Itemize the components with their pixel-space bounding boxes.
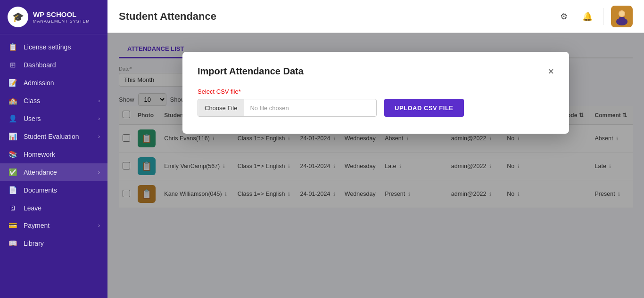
logo-icon: 🎓 <box>8 7 28 27</box>
payment-icon: 💳 <box>8 221 18 230</box>
sidebar-nav: 📋 License settings ⊞ Dashboard 📝 Admissi… <box>0 34 107 256</box>
leave-icon: 🗓 <box>8 204 18 212</box>
sidebar-item-label: Homework <box>24 151 55 158</box>
users-icon: 👤 <box>8 114 18 123</box>
class-icon: 🏫 <box>8 97 18 105</box>
sidebar: 🎓 WP SCHOOL MANAGEMENT SYSTEM 📋 License … <box>0 0 107 298</box>
modal-title: Import Attendance Data <box>198 66 304 77</box>
sidebar-item-attendance[interactable]: ✅ Attendance › <box>0 163 107 181</box>
sidebar-item-label: Library <box>24 240 44 247</box>
file-row: Choose File No file chosen UPLOAD CSV FI… <box>198 99 554 117</box>
admission-icon: 📝 <box>8 79 18 87</box>
main-content: Student Attendance ⚙ 🔔 ATTENDANCE LIST <box>107 0 644 298</box>
library-icon: 📖 <box>8 239 18 248</box>
modal-overlay: Import Attendance Data × Select CSV file… <box>107 33 644 298</box>
settings-icon[interactable]: ⚙ <box>556 8 572 24</box>
sidebar-item-users[interactable]: 👤 Users › <box>0 110 107 128</box>
sidebar-item-license[interactable]: 📋 License settings <box>0 38 107 56</box>
file-name-display: No file chosen <box>244 105 294 112</box>
sidebar-item-class[interactable]: 🏫 Class › <box>0 92 107 110</box>
homework-icon: 📚 <box>8 150 18 159</box>
sidebar-logo: 🎓 WP SCHOOL MANAGEMENT SYSTEM <box>0 0 107 34</box>
notification-icon[interactable]: 🔔 <box>579 8 595 24</box>
sidebar-item-payment[interactable]: 💳 Payment › <box>0 217 107 234</box>
chevron-right-icon: › <box>98 133 100 140</box>
evaluation-icon: 📊 <box>8 132 18 141</box>
chevron-right-icon: › <box>98 169 100 176</box>
header-actions: ⚙ 🔔 <box>556 6 633 27</box>
svg-point-3 <box>619 11 624 16</box>
sidebar-item-leave[interactable]: 🗓 Leave <box>0 199 107 217</box>
chevron-right-icon: › <box>98 97 100 104</box>
modal-header: Import Attendance Data × <box>198 66 554 77</box>
documents-icon: 📄 <box>8 186 18 194</box>
page-title: Student Attendance <box>119 10 216 23</box>
sidebar-item-label: Admission <box>24 79 54 87</box>
sidebar-item-library[interactable]: 📖 Library <box>0 234 107 252</box>
upload-csv-button[interactable]: UPLOAD CSV FILE <box>384 99 464 117</box>
sidebar-item-documents[interactable]: 📄 Documents <box>0 181 107 199</box>
sidebar-item-label: Users <box>24 115 41 122</box>
content-area: ATTENDANCE LIST Date* Show 10 25 50 100 … <box>107 33 644 298</box>
sidebar-item-label: Student Evaluation <box>24 133 79 140</box>
header: Student Attendance ⚙ 🔔 <box>107 0 644 33</box>
sidebar-item-label: Dashboard <box>24 61 56 69</box>
sidebar-item-student-evaluation[interactable]: 📊 Student Evaluation › <box>0 128 107 145</box>
sidebar-item-dashboard[interactable]: ⊞ Dashboard <box>0 56 107 74</box>
chevron-right-icon: › <box>98 115 100 122</box>
dashboard-icon: ⊞ <box>8 61 18 69</box>
avatar[interactable] <box>611 6 633 27</box>
close-button[interactable]: × <box>548 66 554 77</box>
sidebar-item-admission[interactable]: 📝 Admission <box>0 74 107 92</box>
sidebar-item-label: Leave <box>24 204 41 212</box>
attendance-icon: ✅ <box>8 168 18 177</box>
sidebar-item-label: Payment <box>24 222 50 229</box>
file-input-wrap: Choose File No file chosen <box>198 99 377 117</box>
file-field-label: Select CSV file* <box>198 88 554 95</box>
sidebar-item-homework[interactable]: 📚 Homework <box>0 145 107 163</box>
sidebar-item-label: Attendance <box>24 169 57 176</box>
logo-subtitle: MANAGEMENT SYSTEM <box>33 19 90 24</box>
divider <box>603 8 603 25</box>
import-modal: Import Attendance Data × Select CSV file… <box>182 52 569 134</box>
sidebar-item-label: Class <box>24 97 40 105</box>
modal-body: Select CSV file* Choose File No file cho… <box>198 88 554 117</box>
sidebar-item-label: Documents <box>24 186 57 194</box>
logo-title: WP SCHOOL <box>33 10 90 19</box>
choose-file-button[interactable]: Choose File <box>198 99 244 116</box>
svg-rect-4 <box>619 17 625 20</box>
chevron-right-icon: › <box>98 222 100 229</box>
license-icon: 📋 <box>8 43 18 51</box>
sidebar-item-label: License settings <box>24 43 71 51</box>
